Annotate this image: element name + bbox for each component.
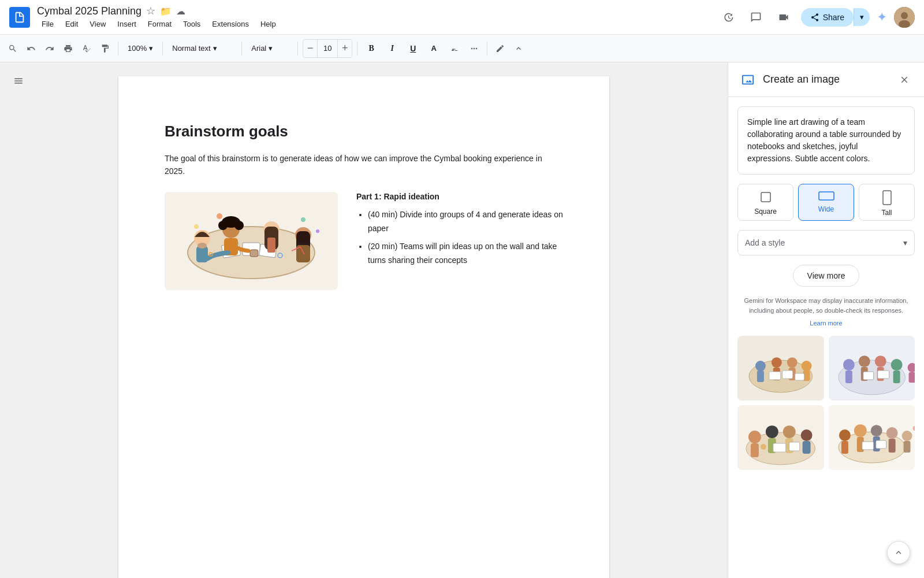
- svg-point-11: [198, 243, 207, 249]
- cloud-icon[interactable]: ☁: [176, 6, 185, 17]
- redo-button[interactable]: [42, 39, 58, 58]
- app-icon[interactable]: [9, 7, 30, 28]
- document-area[interactable]: Brainstorm goals The goal of this brains…: [0, 62, 728, 578]
- document-intro: The goal of this brainstorm is to genera…: [165, 152, 563, 178]
- font-size-decrease[interactable]: −: [303, 40, 317, 57]
- doc-title[interactable]: Cymbal 2025 Planning: [37, 5, 141, 17]
- menu-help[interactable]: Help: [256, 18, 281, 29]
- svg-rect-45: [783, 370, 793, 379]
- text-color-button[interactable]: A: [424, 39, 443, 58]
- svg-rect-19: [267, 238, 275, 253]
- zoom-control[interactable]: 100% ▾: [123, 39, 158, 58]
- menu-edit[interactable]: Edit: [61, 18, 83, 29]
- svg-point-67: [783, 425, 796, 438]
- menu-insert[interactable]: Insert: [113, 18, 141, 29]
- chat-button[interactable]: [746, 7, 766, 28]
- document-page: Brainstorm goals The goal of this brains…: [118, 76, 609, 578]
- spellcheck-button[interactable]: [79, 39, 95, 58]
- prompt-text[interactable]: Simple line art drawing of a team collab…: [737, 106, 915, 175]
- learn-more-link[interactable]: Learn more: [737, 320, 915, 327]
- main-area: Brainstorm goals The goal of this brains…: [0, 62, 924, 578]
- svg-point-28: [217, 213, 222, 219]
- svg-rect-72: [789, 442, 800, 451]
- generated-image-2[interactable]: [829, 336, 915, 401]
- expand-toolbar-btn[interactable]: [511, 39, 527, 58]
- generated-image-4[interactable]: [829, 405, 915, 470]
- svg-point-36: [755, 361, 766, 371]
- user-avatar[interactable]: [894, 7, 915, 28]
- view-more-button[interactable]: View more: [793, 265, 860, 287]
- separator-5: [357, 42, 357, 55]
- more-formatting-btn[interactable]: [466, 39, 482, 58]
- svg-point-76: [839, 429, 850, 441]
- aspect-wide-button[interactable]: Wide: [798, 184, 854, 221]
- menu-format[interactable]: Format: [143, 18, 176, 29]
- square-label: Square: [754, 208, 777, 216]
- star-icon[interactable]: ☆: [146, 5, 155, 17]
- menu-view[interactable]: View: [85, 18, 110, 29]
- svg-rect-77: [841, 441, 848, 454]
- folder-icon[interactable]: 📁: [160, 6, 172, 17]
- aspect-tall-button[interactable]: Tall: [859, 184, 915, 221]
- separator-6: [487, 42, 487, 55]
- underline-button[interactable]: U: [404, 39, 422, 58]
- sidebar-toggle[interactable]: [9, 72, 28, 90]
- menu-tools[interactable]: Tools: [178, 18, 205, 29]
- svg-point-65: [766, 425, 778, 438]
- font-value: Arial: [251, 44, 266, 53]
- scroll-to-top-button[interactable]: [887, 541, 910, 564]
- svg-rect-59: [863, 372, 873, 380]
- svg-point-49: [843, 359, 854, 370]
- panel-close-button[interactable]: [896, 72, 912, 88]
- svg-point-69: [801, 429, 813, 441]
- svg-rect-44: [769, 372, 781, 380]
- print-button[interactable]: [60, 39, 76, 58]
- tall-aspect-icon: [882, 190, 892, 205]
- svg-point-29: [301, 217, 305, 222]
- style-selector[interactable]: Normal text ▾: [167, 39, 237, 58]
- svg-rect-56: [893, 370, 900, 383]
- font-size-input[interactable]: 10: [317, 40, 338, 57]
- svg-point-42: [802, 361, 812, 371]
- panel-title: Create an image: [763, 73, 889, 86]
- svg-point-84: [901, 431, 912, 441]
- highlight-button[interactable]: [445, 39, 464, 58]
- search-toolbar-btn[interactable]: [5, 39, 21, 58]
- aspect-square-button[interactable]: Square: [737, 184, 793, 221]
- share-text: Share: [823, 13, 844, 22]
- svg-rect-37: [757, 370, 764, 382]
- share-dropdown-arrow[interactable]: ▾: [854, 8, 870, 26]
- svg-rect-85: [903, 441, 910, 453]
- font-selector[interactable]: Arial ▾: [247, 39, 293, 58]
- svg-point-30: [316, 229, 319, 233]
- tall-label: Tall: [881, 209, 892, 217]
- generated-image-3[interactable]: [737, 405, 824, 470]
- style-dropdown[interactable]: Add a style ▾: [737, 230, 915, 255]
- bold-button[interactable]: B: [362, 39, 381, 58]
- pen-mode-button[interactable]: [492, 39, 508, 58]
- history-button[interactable]: [718, 7, 739, 28]
- doc-title-area: Cymbal 2025 Planning ☆ 📁 ☁ File Edit Vie…: [37, 5, 711, 29]
- doc-section: Part 1: Rapid ideation (40 min) Divide i…: [356, 192, 563, 272]
- svg-rect-31: [761, 192, 770, 202]
- svg-point-53: [874, 355, 886, 367]
- italic-button[interactable]: I: [383, 39, 401, 58]
- style-dropdown-arrow: ▾: [903, 238, 907, 247]
- undo-button[interactable]: [23, 39, 39, 58]
- font-size-increase[interactable]: +: [338, 40, 352, 57]
- video-button[interactable]: [773, 7, 794, 28]
- panel-content: Simple line art drawing of a team collab…: [728, 97, 924, 578]
- svg-point-55: [891, 359, 902, 370]
- style-value: Normal text: [172, 44, 210, 53]
- menu-file[interactable]: File: [37, 18, 58, 29]
- gemini-button[interactable]: ✦: [877, 10, 887, 25]
- svg-point-78: [854, 424, 866, 437]
- menu-extensions[interactable]: Extensions: [207, 18, 254, 29]
- generated-image-1[interactable]: [737, 336, 824, 401]
- svg-rect-46: [795, 373, 804, 380]
- font-caret-icon: ▾: [269, 44, 273, 53]
- share-button[interactable]: View more Share: [801, 8, 854, 27]
- wide-aspect-icon: [818, 190, 834, 202]
- paint-format-button[interactable]: [97, 39, 113, 58]
- svg-rect-87: [875, 440, 886, 449]
